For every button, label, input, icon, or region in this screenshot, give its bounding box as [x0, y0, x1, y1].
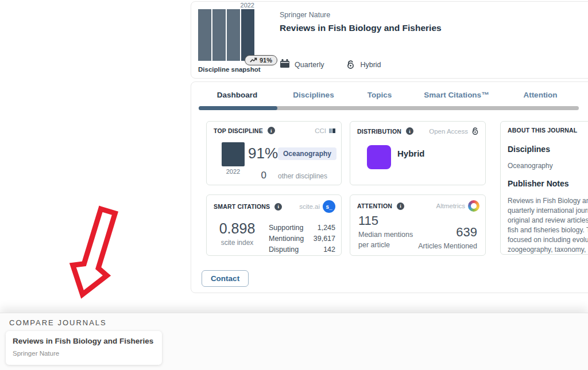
top-discipline-percent: 91% — [248, 145, 278, 162]
publisher-note-line: original and review articles o — [508, 216, 588, 224]
compare-journals-drawer: COMPARE JOURNALS Reviews in Fish Biology… — [0, 313, 588, 370]
scite-logo-icon[interactable]: s_ — [323, 200, 335, 213]
snapshot-bar — [212, 9, 226, 61]
publisher-note-line: focused on including evoluti — [508, 236, 588, 244]
journal-header-card: 2022 91% Discipline snapshot Springer Na… — [191, 1, 588, 79]
compare-journal-card[interactable]: Reviews in Fish Biology and Fisheries Sp… — [6, 331, 162, 365]
articles-mentioned-label: Articles Mentioned — [418, 242, 477, 250]
disciplines-heading: Disciplines — [508, 145, 550, 154]
tab-scrollbar-thumb[interactable] — [199, 106, 277, 110]
discipline-snapshot-chart[interactable] — [198, 9, 254, 61]
compare-journal-publisher: Springer Nature — [13, 350, 59, 357]
smart-citations-card: SMART CITATIONS i scite.ai s_ 0.898 scit… — [206, 194, 342, 256]
distribution-card: DISTRIBUTION i Open Access Hybrid — [350, 121, 486, 185]
snapshot-bar — [227, 9, 240, 61]
red-annotation-arrow — [57, 205, 144, 306]
snapshot-caption: Discipline snapshot — [198, 66, 261, 73]
hybrid-color-swatch — [367, 145, 391, 169]
access-type-label: Hybrid — [360, 61, 381, 69]
mentioning-value: 39,617 — [296, 235, 335, 243]
card-title: ATTENTION — [357, 202, 392, 209]
journal-meta-row: Quarterly Hybrid — [280, 59, 381, 70]
snapshot-year-label: 2022 — [230, 2, 254, 9]
publisher-note-line: Reviews in Fish Biology and — [508, 197, 588, 205]
publisher-name: Springer Nature — [280, 11, 330, 19]
cci-flag-icon[interactable] — [329, 128, 335, 133]
publisher-notes-heading: Publisher Notes — [508, 179, 569, 188]
altmetric-donut-icon[interactable] — [468, 200, 479, 212]
tab-topics[interactable]: Topics — [368, 91, 392, 99]
supporting-value: 1,245 — [296, 224, 335, 232]
attention-card: ATTENTION i Altmetrics 115 Median mentio… — [350, 194, 486, 256]
trend-badge: 91% — [245, 55, 277, 65]
card-title: ABOUT THIS JOURNAL — [508, 127, 577, 134]
tab-attention[interactable]: Attention — [523, 91, 557, 99]
disputing-label: Disputing — [269, 246, 299, 254]
info-icon[interactable]: i — [274, 203, 282, 211]
snapshot-bar-highlighted — [241, 9, 254, 61]
tab-smart-citations[interactable]: Smart Citations™ — [424, 91, 489, 99]
trend-badge-value: 91% — [260, 57, 272, 64]
journal-title: Reviews in Fish Biology and Fisheries — [280, 23, 442, 33]
compare-journals-heading: COMPARE JOURNALS — [9, 318, 107, 327]
scite-index-value: 0.898 — [215, 220, 260, 237]
card-title: TOP DISCIPLINE — [214, 127, 263, 134]
card-title: SMART CITATIONS — [214, 203, 270, 210]
disputing-value: 142 — [296, 246, 335, 254]
publisher-note-line: fish and fisheries biology. Th — [508, 226, 588, 234]
snapshot-bar — [198, 9, 211, 61]
median-mentions-value: 115 — [358, 213, 378, 228]
scite-index-label: scite index — [215, 239, 260, 247]
compare-journal-title: Reviews in Fish Biology and Fisheries — [13, 337, 153, 345]
scite-label: scite.ai — [299, 203, 320, 210]
trend-up-icon — [250, 57, 257, 64]
info-icon[interactable]: i — [406, 127, 413, 135]
journal-dashboard-card: Dashboard Disciplines Topics Smart Citat… — [191, 81, 588, 293]
other-disciplines-label: other disciplines — [278, 172, 327, 180]
about-journal-card: ABOUT THIS JOURNAL Disciplines Oceanogra… — [500, 121, 588, 255]
open-access-icon — [471, 127, 479, 135]
publisher-note-line: zoogeography, taxonomy, in — [508, 246, 588, 254]
disciplines-value: Oceanography — [508, 162, 553, 170]
info-icon[interactable]: i — [268, 127, 275, 134]
tab-dashboard[interactable]: Dashboard — [217, 91, 258, 99]
discipline-chip[interactable]: Oceanography — [278, 147, 336, 160]
articles-mentioned-value: 639 — [456, 225, 477, 240]
altmetrics-label: Altmetrics — [436, 202, 465, 209]
tab-scrollbar-track[interactable] — [199, 106, 579, 110]
top-discipline-card: TOP DISCIPLINE i CCI 2022 91% Oceanograp… — [206, 121, 342, 185]
top-discipline-bar — [222, 142, 245, 166]
median-mentions-label: Median mentions — [358, 231, 413, 239]
info-icon[interactable]: i — [397, 202, 404, 210]
calendar-icon — [280, 59, 290, 70]
open-access-icon — [346, 60, 355, 69]
open-access-label: Open Access — [429, 128, 468, 135]
other-disciplines-count: 0 — [240, 170, 266, 181]
cci-label: CCI — [315, 127, 326, 134]
publisher-note-line: quarterly international journ — [508, 207, 588, 215]
median-mentions-label: per article — [358, 241, 390, 249]
contact-button[interactable]: Contact — [202, 270, 249, 287]
card-title: DISTRIBUTION — [357, 128, 401, 135]
tab-disciplines[interactable]: Disciplines — [293, 91, 334, 99]
frequency-label: Quarterly — [295, 61, 324, 69]
distribution-value: Hybrid — [397, 149, 425, 158]
